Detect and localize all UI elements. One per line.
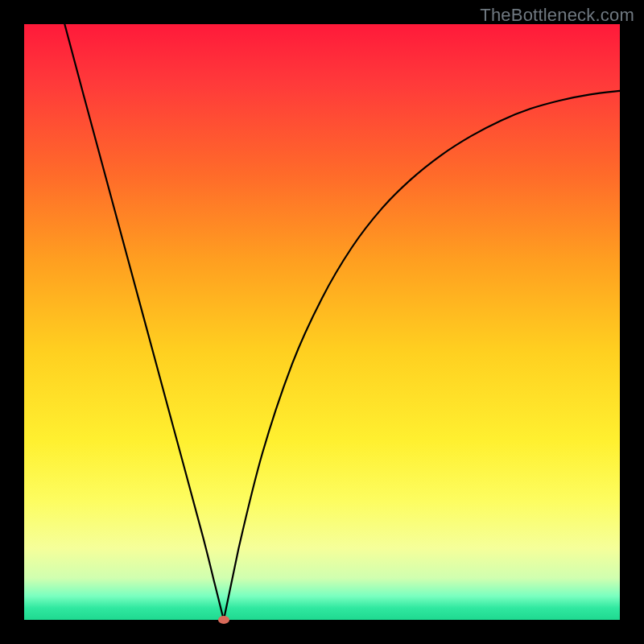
bottleneck-curve (24, 24, 620, 620)
curve-path (64, 24, 620, 620)
watermark-text: TheBottleneck.com (480, 5, 634, 26)
minimum-marker (218, 616, 229, 624)
chart-frame: TheBottleneck.com (0, 0, 644, 644)
plot-area (24, 24, 620, 620)
